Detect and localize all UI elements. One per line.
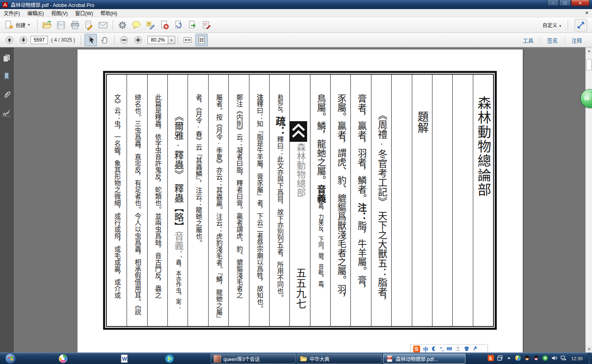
text-column-7: 膏者，贏者，羽者，鱗者。注：脂，牛羊屬。膏， bbox=[350, 75, 371, 326]
swirl-app-icon[interactable] bbox=[59, 354, 68, 363]
safety-360-icon[interactable] bbox=[542, 355, 548, 363]
customize-button[interactable]: 自定义 ▼ bbox=[543, 21, 562, 28]
qq-orange-icon[interactable] bbox=[524, 355, 530, 363]
scrollbar-thumb[interactable] bbox=[586, 59, 592, 70]
settings-gear-button[interactable] bbox=[116, 19, 129, 31]
text-column-15: 者，《月令·春》云『其蟲鱗』，注云：龍虵之屬也。 bbox=[188, 75, 208, 326]
print-button[interactable] bbox=[69, 19, 81, 31]
expand-panes-button[interactable] bbox=[575, 19, 587, 31]
delete-page-icon bbox=[160, 20, 169, 30]
word-app-icon[interactable]: W bbox=[120, 354, 129, 363]
column-text: 注 bbox=[256, 94, 263, 101]
export-page-button[interactable] bbox=[186, 19, 199, 31]
volume-icon[interactable] bbox=[551, 355, 557, 363]
select-tool-button[interactable] bbox=[85, 34, 97, 46]
save-file-button[interactable] bbox=[55, 19, 67, 31]
maximize-button[interactable]: ▢ bbox=[559, 0, 571, 6]
minimize-button[interactable]: – bbox=[547, 0, 559, 6]
bookmarks-icon[interactable] bbox=[2, 71, 12, 81]
open-file-button[interactable] bbox=[41, 19, 53, 31]
column-text: 此篇是釋蟲，依字虫音許鬼反，蛇類也。並兩虫爲䖵，音古門反，蟲之 bbox=[154, 94, 161, 298]
fit-width-button[interactable] bbox=[181, 34, 194, 46]
sign-document-icon bbox=[84, 20, 94, 30]
soft-keyboard-icon[interactable] bbox=[446, 346, 452, 352]
zoom-out-button[interactable] bbox=[118, 34, 130, 46]
page-thumbnails-icon[interactable] bbox=[2, 53, 12, 63]
delete-page-button[interactable] bbox=[158, 19, 171, 31]
email-button[interactable] bbox=[97, 19, 109, 31]
taskbar-button-2[interactable]: 中华大典 bbox=[297, 354, 382, 364]
fit-page-button[interactable] bbox=[195, 34, 208, 46]
column-text: 題解 bbox=[416, 111, 428, 133]
title-bar: 森林动物總部.pdf - Adobe Acrobat Pro – ▢ ✕ bbox=[0, 0, 592, 9]
create-pdf-icon bbox=[4, 20, 14, 30]
attachments-icon[interactable] bbox=[2, 89, 12, 99]
edit-form-button[interactable] bbox=[200, 19, 213, 31]
hidden-icons-arrow-icon[interactable] bbox=[506, 355, 512, 363]
previous-page-button[interactable] bbox=[3, 34, 16, 46]
taskbar-clock[interactable]: 12:39 bbox=[571, 356, 583, 361]
chinese-mode-icon[interactable]: 中 bbox=[423, 345, 428, 353]
menu-item-2[interactable]: 编辑(E) bbox=[23, 9, 47, 17]
zoom-dropdown-button[interactable]: ▼ bbox=[168, 36, 175, 44]
application-window: { "titlebar": { "title": "森林动物總部.pdf - A… bbox=[0, 0, 592, 364]
menu-item-1[interactable]: 文件(F) bbox=[0, 9, 23, 17]
start-button[interactable] bbox=[5, 353, 16, 364]
taskbar-button-3[interactable]: PDF森林动物總部.pdf... bbox=[383, 354, 465, 364]
column-text: 贏，力果反，下同。貔，音毗。蟸， bbox=[317, 203, 324, 292]
folio-page-number: 五五九七 bbox=[290, 268, 310, 309]
scroll-up-arrow[interactable]: ▲ bbox=[586, 47, 592, 54]
ime-toolbar: S 中 °, bbox=[410, 344, 488, 353]
ocr-page-button[interactable] bbox=[172, 19, 185, 31]
signatures-icon[interactable] bbox=[2, 108, 12, 117]
punctuation-icon[interactable]: °, bbox=[440, 346, 444, 352]
comment-bubble-button[interactable] bbox=[130, 19, 143, 31]
qq-pink-icon[interactable] bbox=[533, 355, 539, 363]
video-player-icon[interactable] bbox=[165, 354, 174, 363]
sogou-tray-icon[interactable]: S bbox=[488, 355, 494, 363]
navigation-toolbar: ( 4 / 3025 ) ▼ 工具签名注释 bbox=[0, 33, 592, 47]
create-button[interactable]: 创建 ▼ bbox=[1, 19, 34, 31]
page-number-input[interactable] bbox=[31, 36, 48, 44]
svg-text:W: W bbox=[122, 356, 127, 362]
network-icon[interactable] bbox=[560, 355, 566, 363]
toolbar-right-group: 自定义 ▼ bbox=[543, 19, 588, 31]
panel-tab-3[interactable]: 注释 bbox=[564, 36, 589, 44]
page-frame-inner: 森林動物總論部題解《周禮·冬官考工記》 天下之大獸五：脂者，膏者，贏者，羽者，鱗… bbox=[106, 74, 494, 327]
zoom-level-input[interactable] bbox=[148, 36, 168, 44]
panel-tab-2[interactable]: 签名 bbox=[540, 36, 564, 44]
skin-icon[interactable] bbox=[464, 346, 470, 352]
page-count-label: ( 4 / 3025 ) bbox=[51, 37, 75, 43]
menu-item-4[interactable]: 窗口(W) bbox=[71, 9, 96, 17]
close-button[interactable]: ✕ bbox=[571, 0, 590, 6]
hand-tool-button[interactable] bbox=[99, 34, 111, 46]
menu-item-3[interactable]: 视图(V) bbox=[47, 9, 71, 17]
text-column-3 bbox=[432, 75, 452, 326]
document-pane[interactable]: 森林動物總論部題解《周禮·冬官考工記》 天下之大獸五：脂者，膏者，贏者，羽者，鱗… bbox=[14, 47, 585, 352]
svg-text:T: T bbox=[148, 22, 150, 26]
sign-document-button[interactable] bbox=[83, 19, 95, 31]
scroll-down-arrow[interactable]: ▼ bbox=[586, 346, 592, 352]
sogou-logo-icon[interactable]: S bbox=[413, 345, 420, 352]
panel-tab-1[interactable]: 工具 bbox=[516, 36, 540, 44]
window-tray-icon[interactable] bbox=[497, 355, 503, 363]
next-page-button[interactable] bbox=[17, 34, 30, 46]
account-icon[interactable] bbox=[455, 346, 461, 352]
close-document-icon[interactable]: ✕ bbox=[585, 10, 589, 16]
highlight-text-button[interactable]: T bbox=[144, 19, 157, 31]
menu-item-5[interactable]: 帮助(H) bbox=[97, 9, 121, 17]
panel-tabs: 工具签名注释 bbox=[516, 36, 589, 44]
svg-text:PDF: PDF bbox=[388, 357, 391, 359]
section-marker-chevron-icon bbox=[291, 121, 308, 142]
browser-360-icon[interactable] bbox=[515, 355, 521, 363]
comment-bubble-icon bbox=[132, 20, 141, 30]
zoom-in-button[interactable] bbox=[132, 34, 144, 46]
folder-icon bbox=[300, 355, 307, 362]
settings-wrench-icon[interactable] bbox=[472, 346, 478, 352]
halfwidth-moon-icon[interactable] bbox=[431, 346, 437, 352]
text-column-1: 森林動物總論部 bbox=[473, 75, 493, 326]
show-desktop-button[interactable] bbox=[588, 353, 591, 364]
page-columns: 森林動物總論部題解《周禮·冬官考工記》 天下之大獸五：脂者，膏者，贏者，羽者，鱗… bbox=[107, 75, 493, 326]
column-text: 脂，牛羊屬。膏， bbox=[356, 221, 366, 294]
taskbar-button-1[interactable]: queen等3个会话 bbox=[211, 354, 296, 364]
